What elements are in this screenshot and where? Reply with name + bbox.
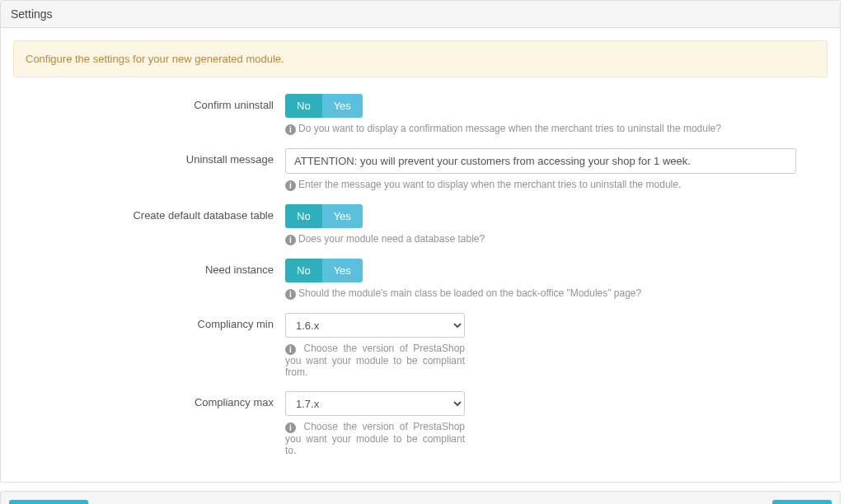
toggle-need-instance[interactable]: No Yes [285,259,363,282]
info-icon: i [285,124,296,135]
help-compliancy-max: i Choose the version of PrestaShop you w… [285,421,465,456]
info-icon: i [285,422,296,433]
toggle-no[interactable]: No [285,259,322,282]
settings-panel: Settings Configure the settings for your… [0,0,841,483]
info-icon: i [285,289,296,300]
row-confirm-uninstall: Confirm uninstall No Yes iDo you want to… [13,94,828,135]
label-compliancy-max: Compliancy max [13,391,285,456]
row-compliancy-max: Compliancy max 1.7.x i Choose the versio… [13,391,828,456]
panel-body: Configure the settings for your new gene… [1,28,840,482]
compliancy-min-select[interactable]: 1.6.x [285,313,465,338]
toggle-create-db[interactable]: No Yes [285,204,363,228]
row-need-instance: Need instance No Yes iShould the module'… [13,259,828,300]
next-button[interactable]: Next ❯ [772,500,832,504]
label-uninstall-message: Uninstall message [13,148,285,191]
info-icon: i [285,235,296,245]
toggle-yes[interactable]: Yes [322,259,363,282]
info-icon: i [285,344,296,355]
uninstall-message-input[interactable] [285,148,796,174]
help-confirm-uninstall: iDo you want to display a confirmation m… [285,123,811,135]
help-uninstall-message: iEnter the message you want to display w… [285,179,811,191]
label-confirm-uninstall: Confirm uninstall [13,94,285,135]
toggle-no[interactable]: No [285,204,322,228]
label-create-db: Create default database table [13,204,285,245]
help-compliancy-min: i Choose the version of PrestaShop you w… [285,343,465,378]
toggle-yes[interactable]: Yes [322,94,363,118]
toggle-no[interactable]: No [285,94,322,118]
row-uninstall-message: Uninstall message iEnter the message you… [13,148,828,191]
previous-button[interactable]: ❮ Previous [9,500,88,504]
toggle-confirm-uninstall[interactable]: No Yes [285,94,363,118]
label-need-instance: Need instance [13,259,285,300]
compliancy-max-select[interactable]: 1.7.x [285,391,465,416]
help-need-instance: iShould the module's main class be loade… [285,287,811,300]
footer-bar: ❮ Previous Next ❯ [0,491,841,504]
info-icon: i [285,180,296,191]
row-compliancy-min: Compliancy min 1.6.x i Choose the versio… [13,313,828,378]
help-create-db: iDoes your module need a database table? [285,233,811,245]
alert-info: Configure the settings for your new gene… [13,40,828,77]
panel-title: Settings [1,1,840,28]
row-create-db: Create default database table No Yes iDo… [13,204,828,245]
label-compliancy-min: Compliancy min [13,313,285,378]
toggle-yes[interactable]: Yes [322,204,363,228]
